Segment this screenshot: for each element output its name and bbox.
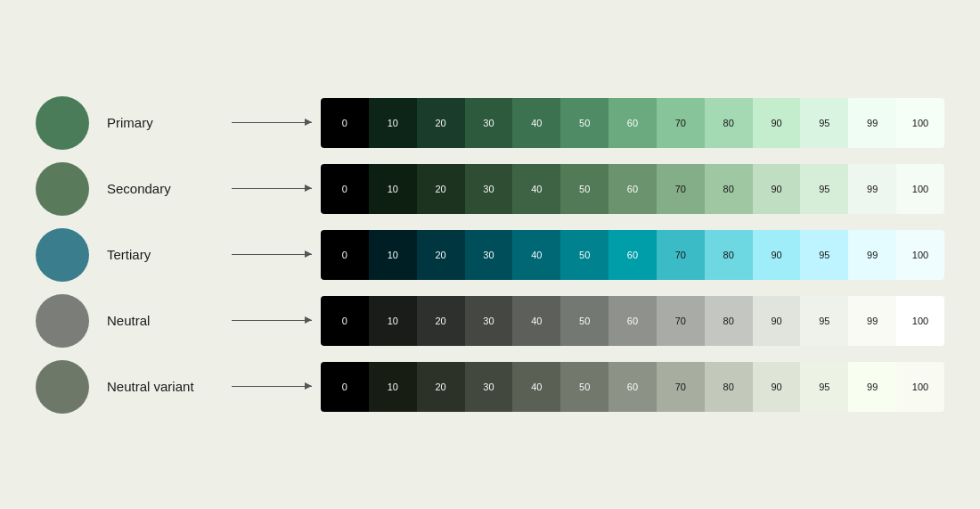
neutral-variant-step-0: 0 bbox=[321, 362, 369, 412]
secondary-step-80: 80 bbox=[705, 164, 753, 214]
neutral-variant-step-100: 100 bbox=[896, 362, 944, 412]
primary-scale: 01020304050607080909599100 bbox=[321, 98, 944, 148]
neutral-variant-step-70: 70 bbox=[657, 362, 705, 412]
secondary-step-30: 30 bbox=[465, 164, 513, 214]
secondary-step-40: 40 bbox=[512, 164, 560, 214]
palette-row-primary: Primary01020304050607080909599100 bbox=[36, 96, 944, 150]
tertiary-swatch-circle bbox=[36, 228, 89, 282]
secondary-step-90: 90 bbox=[753, 164, 801, 214]
primary-step-80: 80 bbox=[705, 98, 753, 148]
secondary-step-0: 0 bbox=[321, 164, 369, 214]
tertiary-step-50: 50 bbox=[560, 230, 608, 280]
secondary-step-95: 95 bbox=[800, 164, 848, 214]
secondary-scale: 01020304050607080909599100 bbox=[321, 164, 944, 214]
arrow-line bbox=[232, 320, 312, 321]
neutral-step-70: 70 bbox=[657, 296, 705, 346]
arrow-line bbox=[232, 386, 312, 387]
neutral-variant-label: Neutral variant bbox=[107, 379, 223, 394]
neutral-swatch-circle bbox=[36, 294, 89, 348]
tertiary-step-30: 30 bbox=[465, 230, 513, 280]
tertiary-step-99: 99 bbox=[848, 230, 896, 280]
neutral-step-80: 80 bbox=[705, 296, 753, 346]
palette-row-secondary: Secondary01020304050607080909599100 bbox=[36, 162, 944, 216]
neutral-arrow bbox=[232, 320, 312, 321]
neutral-variant-scale: 01020304050607080909599100 bbox=[321, 362, 944, 412]
primary-step-50: 50 bbox=[560, 98, 608, 148]
tertiary-arrow bbox=[232, 254, 312, 255]
neutral-variant-step-99: 99 bbox=[848, 362, 896, 412]
neutral-variant-step-60: 60 bbox=[608, 362, 657, 412]
neutral-step-50: 50 bbox=[560, 296, 608, 346]
neutral-variant-step-95: 95 bbox=[800, 362, 848, 412]
neutral-variant-step-20: 20 bbox=[417, 362, 465, 412]
tertiary-step-40: 40 bbox=[512, 230, 560, 280]
primary-step-20: 20 bbox=[417, 98, 465, 148]
secondary-step-100: 100 bbox=[896, 164, 944, 214]
primary-label: Primary bbox=[107, 115, 223, 130]
neutral-scale: 01020304050607080909599100 bbox=[321, 296, 944, 346]
primary-swatch-circle bbox=[36, 96, 89, 150]
primary-step-60: 60 bbox=[608, 98, 657, 148]
secondary-step-10: 10 bbox=[369, 164, 417, 214]
secondary-arrow bbox=[232, 188, 312, 189]
neutral-step-90: 90 bbox=[753, 296, 801, 346]
arrow-line bbox=[232, 122, 312, 123]
tertiary-step-70: 70 bbox=[657, 230, 705, 280]
primary-step-0: 0 bbox=[321, 98, 369, 148]
primary-step-100: 100 bbox=[896, 98, 944, 148]
tertiary-step-100: 100 bbox=[896, 230, 944, 280]
neutral-step-0: 0 bbox=[321, 296, 369, 346]
neutral-variant-step-30: 30 bbox=[465, 362, 513, 412]
palette-row-neutral: Neutral01020304050607080909599100 bbox=[36, 294, 944, 348]
secondary-step-20: 20 bbox=[417, 164, 465, 214]
neutral-variant-step-10: 10 bbox=[369, 362, 417, 412]
palette-row-tertiary: Tertiary01020304050607080909599100 bbox=[36, 228, 944, 282]
secondary-step-99: 99 bbox=[848, 164, 896, 214]
neutral-step-20: 20 bbox=[417, 296, 465, 346]
tertiary-step-60: 60 bbox=[608, 230, 657, 280]
primary-step-10: 10 bbox=[369, 98, 417, 148]
tertiary-label: Tertiary bbox=[107, 247, 223, 262]
tertiary-step-95: 95 bbox=[800, 230, 848, 280]
neutral-label: Neutral bbox=[107, 313, 223, 328]
neutral-step-99: 99 bbox=[848, 296, 896, 346]
tertiary-step-80: 80 bbox=[705, 230, 753, 280]
primary-step-95: 95 bbox=[800, 98, 848, 148]
tertiary-step-0: 0 bbox=[321, 230, 369, 280]
primary-step-70: 70 bbox=[657, 98, 705, 148]
tertiary-step-10: 10 bbox=[369, 230, 417, 280]
arrow-line bbox=[232, 188, 312, 189]
primary-step-40: 40 bbox=[512, 98, 560, 148]
primary-step-30: 30 bbox=[465, 98, 513, 148]
secondary-step-60: 60 bbox=[608, 164, 657, 214]
neutral-variant-step-50: 50 bbox=[560, 362, 608, 412]
neutral-step-30: 30 bbox=[465, 296, 513, 346]
neutral-variant-step-80: 80 bbox=[705, 362, 753, 412]
secondary-label: Secondary bbox=[107, 181, 223, 196]
neutral-variant-arrow bbox=[232, 386, 312, 387]
arrow-line bbox=[232, 254, 312, 255]
palette-row-neutral-variant: Neutral variant0102030405060708090959910… bbox=[36, 360, 944, 414]
secondary-swatch-circle bbox=[36, 162, 89, 216]
neutral-step-40: 40 bbox=[512, 296, 560, 346]
secondary-step-70: 70 bbox=[657, 164, 705, 214]
primary-step-99: 99 bbox=[848, 98, 896, 148]
neutral-step-10: 10 bbox=[369, 296, 417, 346]
primary-step-90: 90 bbox=[753, 98, 801, 148]
neutral-variant-step-40: 40 bbox=[512, 362, 560, 412]
secondary-step-50: 50 bbox=[560, 164, 608, 214]
neutral-variant-step-90: 90 bbox=[753, 362, 801, 412]
neutral-step-60: 60 bbox=[608, 296, 657, 346]
tertiary-step-90: 90 bbox=[753, 230, 801, 280]
color-palette-container: Primary01020304050607080909599100Seconda… bbox=[0, 78, 980, 431]
tertiary-scale: 01020304050607080909599100 bbox=[321, 230, 944, 280]
tertiary-step-20: 20 bbox=[417, 230, 465, 280]
neutral-variant-swatch-circle bbox=[36, 360, 89, 414]
primary-arrow bbox=[232, 122, 312, 123]
neutral-step-95: 95 bbox=[800, 296, 848, 346]
neutral-step-100: 100 bbox=[896, 296, 944, 346]
